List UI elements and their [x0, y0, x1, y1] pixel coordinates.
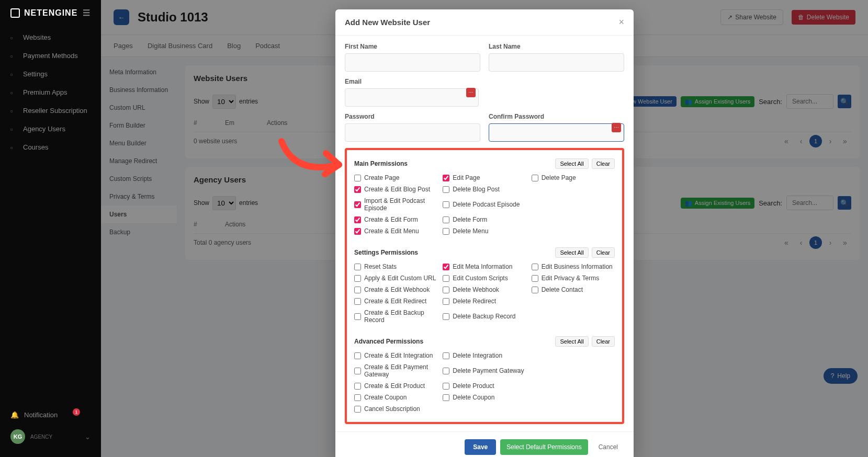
- permission-item[interactable]: Delete Coupon: [443, 393, 526, 402]
- user-menu[interactable]: KG AGENCY ⌄: [10, 424, 91, 449]
- nav-item[interactable]: ▫Payment Methods: [0, 47, 101, 65]
- permission-item[interactable]: Delete Contact: [532, 285, 615, 294]
- permission-checkbox[interactable]: [354, 186, 361, 193]
- permission-item[interactable]: Create & Edit Integration: [354, 351, 437, 360]
- permission-checkbox[interactable]: [443, 394, 449, 401]
- permission-item[interactable]: Delete Product: [443, 381, 526, 391]
- permission-checkbox[interactable]: [354, 352, 361, 359]
- permission-item[interactable]: Edit Meta Information: [443, 262, 526, 271]
- permission-checkbox[interactable]: [354, 175, 361, 181]
- permission-checkbox[interactable]: [443, 383, 449, 390]
- permission-checkbox[interactable]: [532, 287, 538, 293]
- permission-label: Delete Contact: [542, 286, 583, 293]
- permission-item[interactable]: Create Page: [354, 173, 437, 182]
- permission-item[interactable]: Edit Custom Scripts: [443, 273, 526, 283]
- nav-item[interactable]: ▫Agency Users: [0, 120, 101, 138]
- permission-label: Delete Backup Record: [453, 313, 515, 320]
- permission-checkbox[interactable]: [532, 275, 538, 282]
- permission-item[interactable]: Delete Form: [443, 215, 526, 224]
- permission-item[interactable]: Edit Privacy & Terms: [532, 273, 615, 283]
- permission-checkbox[interactable]: [443, 313, 449, 320]
- select-all-button[interactable]: Select All: [555, 336, 588, 347]
- permission-item[interactable]: Reset Stats: [354, 262, 437, 271]
- permission-checkbox[interactable]: [443, 368, 449, 374]
- clear-button[interactable]: Clear: [592, 247, 615, 258]
- first-name-input[interactable]: [345, 53, 480, 72]
- permission-item[interactable]: Cancel Subscription: [354, 404, 437, 414]
- permission-checkbox[interactable]: [354, 287, 361, 293]
- permission-checkbox[interactable]: [443, 298, 449, 305]
- password-manager-icon[interactable]: ⋯: [612, 123, 621, 132]
- permission-checkbox[interactable]: [354, 216, 361, 223]
- permission-checkbox[interactable]: [354, 406, 361, 413]
- nav-item[interactable]: ▫Websites: [0, 28, 101, 47]
- permission-item[interactable]: Create & Edit Blog Post: [354, 185, 437, 194]
- permission-checkbox[interactable]: [354, 275, 361, 282]
- permission-checkbox[interactable]: [354, 228, 361, 235]
- password-manager-icon[interactable]: ⋯: [466, 88, 476, 97]
- permission-checkbox[interactable]: [443, 275, 449, 282]
- notification-item[interactable]: 🔔 Notification 1: [10, 406, 91, 424]
- permission-label: Create & Edit Redirect: [364, 298, 426, 305]
- permission-item[interactable]: Edit Business Information: [532, 262, 615, 271]
- select-default-permissions-button[interactable]: Select Default Permissions: [500, 439, 588, 455]
- permission-checkbox[interactable]: [443, 228, 449, 235]
- hamburger-icon[interactable]: ☰: [83, 8, 91, 18]
- permission-item[interactable]: Delete Menu: [443, 226, 526, 236]
- permission-checkbox[interactable]: [354, 383, 361, 390]
- permission-checkbox[interactable]: [532, 175, 538, 181]
- permission-checkbox[interactable]: [354, 394, 361, 401]
- email-input[interactable]: [345, 88, 479, 107]
- permission-checkbox[interactable]: [443, 175, 449, 181]
- permission-item[interactable]: Create & Edit Menu: [354, 226, 437, 236]
- permission-checkbox[interactable]: [443, 201, 449, 208]
- permission-checkbox[interactable]: [354, 313, 361, 320]
- permission-item[interactable]: Delete Podcast Episode: [443, 196, 526, 213]
- permission-label: Apply & Edit Custom URL: [364, 275, 436, 282]
- permission-checkbox[interactable]: [532, 264, 538, 270]
- cancel-button[interactable]: Cancel: [592, 439, 624, 455]
- confirm-password-input[interactable]: [489, 123, 624, 142]
- permission-item[interactable]: Create Coupon: [354, 393, 437, 402]
- permission-item[interactable]: Import & Edit Podcast Episode: [354, 196, 437, 213]
- permission-item[interactable]: Delete Integration: [443, 351, 526, 360]
- permission-item[interactable]: Delete Redirect: [443, 296, 526, 306]
- select-all-button[interactable]: Select All: [555, 247, 588, 258]
- permission-item: [443, 404, 526, 414]
- modal-overlay[interactable]: Add New Website User × First Name Last N…: [101, 0, 868, 457]
- clear-button[interactable]: Clear: [592, 336, 615, 347]
- permission-checkbox[interactable]: [354, 264, 361, 270]
- last-name-input[interactable]: [489, 53, 624, 72]
- permission-checkbox[interactable]: [354, 201, 361, 208]
- close-button[interactable]: ×: [618, 17, 624, 28]
- permission-item[interactable]: Delete Webhook: [443, 285, 526, 294]
- permission-checkbox[interactable]: [443, 264, 449, 270]
- permission-item[interactable]: Create & Edit Redirect: [354, 296, 437, 306]
- nav-item[interactable]: ▫Premium Apps: [0, 83, 101, 101]
- permission-item[interactable]: Create & Edit Form: [354, 215, 437, 224]
- permission-item[interactable]: Create & Edit Backup Record: [354, 308, 437, 325]
- nav-item[interactable]: ▫Settings: [0, 65, 101, 83]
- permission-checkbox[interactable]: [443, 186, 449, 193]
- password-input[interactable]: [345, 123, 480, 142]
- permission-checkbox[interactable]: [443, 216, 449, 223]
- permission-label: Cancel Subscription: [364, 405, 420, 413]
- permission-item[interactable]: Delete Backup Record: [443, 308, 526, 325]
- save-button[interactable]: Save: [465, 439, 496, 455]
- nav-item[interactable]: ▫Reseller Subscription: [0, 101, 101, 120]
- clear-button[interactable]: Clear: [592, 158, 615, 169]
- permission-checkbox[interactable]: [354, 368, 361, 374]
- permission-checkbox[interactable]: [443, 287, 449, 293]
- permission-checkbox[interactable]: [443, 352, 449, 359]
- select-all-button[interactable]: Select All: [555, 158, 588, 169]
- permission-item[interactable]: Apply & Edit Custom URL: [354, 273, 437, 283]
- permission-item[interactable]: Create & Edit Product: [354, 381, 437, 391]
- permission-item[interactable]: Create & Edit Payment Gateway: [354, 362, 437, 379]
- permission-checkbox[interactable]: [354, 298, 361, 305]
- nav-item[interactable]: ▫Courses: [0, 138, 101, 156]
- permission-item[interactable]: Delete Page: [532, 173, 615, 182]
- permission-item[interactable]: Delete Blog Post: [443, 185, 526, 194]
- permission-item[interactable]: Edit Page: [443, 173, 526, 182]
- permission-item[interactable]: Create & Edit Webhook: [354, 285, 437, 294]
- permission-item[interactable]: Delete Payment Gateway: [443, 362, 526, 379]
